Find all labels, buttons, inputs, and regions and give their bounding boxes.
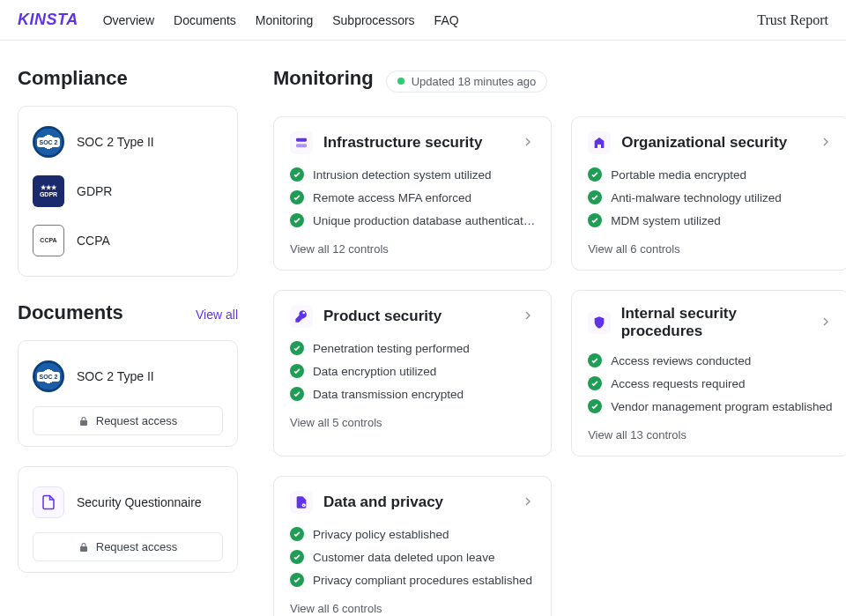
control-item: Penetration testing performed bbox=[290, 337, 535, 360]
compliance-title: Compliance bbox=[18, 67, 238, 90]
check-icon bbox=[290, 167, 304, 182]
monitoring-card-header[interactable]: Product security bbox=[290, 305, 535, 328]
check-icon bbox=[290, 550, 304, 564]
check-icon bbox=[290, 527, 304, 541]
control-label: Unique production database authenticat… bbox=[313, 214, 535, 227]
compliance-item-soc2[interactable]: SOC 2 SOC 2 Type II bbox=[33, 117, 223, 167]
gdpr-badge-icon: ★★★GDPR bbox=[33, 175, 64, 207]
document-item[interactable]: Security Questionnaire bbox=[33, 478, 223, 527]
documents-heading-row: Documents View all bbox=[18, 296, 238, 340]
check-icon bbox=[588, 190, 602, 204]
compliance-item-gdpr[interactable]: ★★★GDPR GDPR bbox=[33, 167, 223, 216]
request-access-button[interactable]: Request access bbox=[33, 406, 223, 435]
header-left: KINSTA Overview Documents Monitoring Sub… bbox=[18, 11, 459, 29]
org-icon bbox=[588, 131, 611, 154]
ccpa-badge-icon: CCPA bbox=[33, 225, 64, 256]
control-label: Vendor management program established bbox=[611, 400, 832, 413]
monitoring-card-header[interactable]: Organizational security bbox=[588, 131, 832, 154]
control-item: Remote access MFA enforced bbox=[290, 186, 535, 209]
monitoring-card: Infrastructure security Intrusion detect… bbox=[273, 116, 552, 271]
control-label: Intrusion detection system utilized bbox=[313, 168, 492, 182]
control-label: Customer data deleted upon leave bbox=[313, 551, 494, 564]
monitoring-card: Data and privacy Privacy policy establis… bbox=[273, 476, 552, 616]
compliance-item-ccpa[interactable]: CCPA CCPA bbox=[33, 216, 223, 265]
nav-monitoring[interactable]: Monitoring bbox=[256, 13, 313, 27]
documents-title: Documents bbox=[18, 301, 123, 324]
compliance-item-label: CCPA bbox=[77, 234, 110, 248]
view-all-controls-link[interactable]: View all 5 controls bbox=[290, 416, 382, 429]
control-item: Data encryption utilized bbox=[290, 360, 535, 382]
control-item: Anti-malware technology utilized bbox=[588, 186, 832, 209]
document-card-questionnaire: Security Questionnaire Request access bbox=[18, 466, 238, 573]
monitoring-updated-label: Updated 18 minutes ago bbox=[412, 75, 537, 88]
view-all-controls-link[interactable]: View all 6 controls bbox=[588, 242, 680, 256]
view-all-controls-link[interactable]: View all 13 controls bbox=[588, 428, 686, 442]
view-all-controls-link[interactable]: View all 6 controls bbox=[290, 602, 382, 615]
view-all-controls-link[interactable]: View all 12 controls bbox=[290, 242, 389, 256]
check-icon bbox=[290, 213, 304, 227]
check-icon bbox=[290, 190, 304, 204]
lock-icon bbox=[78, 416, 89, 427]
right-column: Monitoring Updated 18 minutes ago Infras… bbox=[273, 62, 846, 616]
control-item: Intrusion detection system utilized bbox=[290, 163, 535, 186]
chevron-right-icon bbox=[521, 135, 535, 152]
monitoring-card-title: Infrastructure security bbox=[323, 134, 482, 152]
control-label: Remote access MFA enforced bbox=[313, 191, 471, 204]
left-column: Compliance SOC 2 SOC 2 Type II ★★★GDPR G… bbox=[18, 62, 238, 616]
monitoring-card-title: Organizational security bbox=[621, 134, 787, 152]
request-access-label: Request access bbox=[96, 414, 178, 427]
control-label: Privacy policy established bbox=[313, 528, 449, 541]
document-item-label: SOC 2 Type II bbox=[77, 369, 154, 383]
monitoring-card-title: Data and privacy bbox=[323, 494, 443, 511]
monitoring-card-header[interactable]: Internal security procedures bbox=[588, 305, 832, 340]
compliance-item-label: SOC 2 Type II bbox=[77, 135, 154, 149]
chevron-right-icon bbox=[819, 135, 833, 152]
lock-icon bbox=[78, 542, 89, 553]
document-item-label: Security Questionnaire bbox=[77, 495, 202, 509]
nav-documents[interactable]: Documents bbox=[174, 13, 236, 27]
check-icon bbox=[588, 167, 602, 182]
monitoring-card-title: Product security bbox=[323, 308, 442, 325]
control-label: Anti-malware technology utilized bbox=[611, 191, 782, 204]
check-icon bbox=[588, 353, 602, 367]
control-label: MDM system utilized bbox=[611, 214, 721, 227]
monitoring-card-header[interactable]: Infrastructure security bbox=[290, 131, 535, 154]
nav-overview[interactable]: Overview bbox=[103, 13, 154, 27]
page-body: Compliance SOC 2 SOC 2 Type II ★★★GDPR G… bbox=[0, 41, 846, 616]
chevron-right-icon bbox=[819, 315, 833, 331]
nav-subprocessors[interactable]: Subprocessors bbox=[332, 13, 414, 27]
trust-report-heading: Trust Report bbox=[757, 12, 828, 28]
monitoring-updated-pill: Updated 18 minutes ago bbox=[386, 71, 548, 93]
documents-view-all-link[interactable]: View all bbox=[196, 308, 238, 322]
nav-faq[interactable]: FAQ bbox=[434, 13, 459, 27]
header: KINSTA Overview Documents Monitoring Sub… bbox=[0, 0, 846, 41]
check-icon bbox=[290, 387, 304, 401]
document-item[interactable]: SOC 2 SOC 2 Type II bbox=[33, 352, 223, 401]
control-label: Data encryption utilized bbox=[313, 365, 436, 378]
request-access-button[interactable]: Request access bbox=[33, 532, 223, 561]
control-item: Privacy policy established bbox=[290, 523, 535, 545]
logo[interactable]: KINSTA bbox=[18, 11, 78, 29]
monitoring-title: Monitoring bbox=[273, 67, 374, 90]
request-access-label: Request access bbox=[96, 540, 178, 553]
control-item: Data transmission encrypted bbox=[290, 382, 535, 405]
monitoring-heading-row: Monitoring Updated 18 minutes ago bbox=[273, 62, 846, 106]
control-item: MDM system utilized bbox=[588, 209, 832, 232]
check-icon bbox=[290, 573, 304, 587]
control-label: Penetration testing performed bbox=[313, 342, 470, 355]
key-icon bbox=[290, 305, 313, 328]
control-item: Portable media encrypted bbox=[588, 163, 832, 186]
check-icon bbox=[588, 213, 602, 227]
soc2-badge-icon: SOC 2 bbox=[33, 126, 64, 158]
check-icon bbox=[290, 364, 304, 378]
control-item: Privacy compliant procedures established bbox=[290, 568, 535, 591]
control-item: Vendor management program established bbox=[588, 395, 832, 418]
monitoring-card: Internal security procedures Access revi… bbox=[571, 290, 846, 456]
control-label: Data transmission encrypted bbox=[313, 388, 464, 401]
status-dot-icon bbox=[397, 78, 404, 85]
chevron-right-icon bbox=[521, 308, 535, 325]
monitoring-card-header[interactable]: Data and privacy bbox=[290, 491, 535, 514]
compliance-item-label: GDPR bbox=[77, 184, 112, 198]
top-nav: Overview Documents Monitoring Subprocess… bbox=[103, 13, 459, 27]
control-item: Access requests required bbox=[588, 372, 832, 395]
